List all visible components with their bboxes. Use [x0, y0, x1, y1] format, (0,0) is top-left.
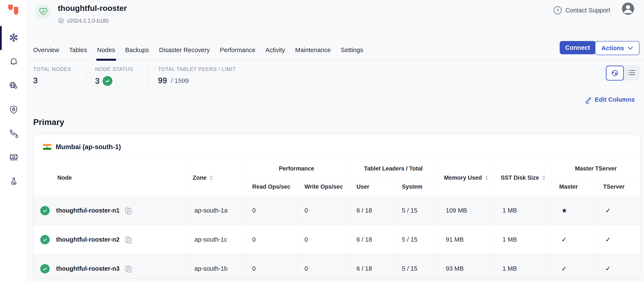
sidebar-item-labs[interactable] [0, 170, 27, 194]
question-circle-icon: ? [553, 6, 562, 15]
column-header-master: Master [552, 178, 596, 196]
write-ops-cell: 0 [297, 254, 349, 278]
master-cell: ★ [552, 196, 596, 225]
sidebar-item-network[interactable] [0, 74, 27, 98]
read-ops-cell: 0 [244, 254, 297, 278]
node-healthy-icon [40, 264, 50, 274]
tab-tables[interactable]: Tables [69, 41, 87, 59]
cluster-stats: TOTAL NODES 3 NODE STATUS 3 TOTAL TABLET… [33, 66, 254, 86]
layers-icon [58, 17, 64, 24]
list-icon [628, 69, 636, 76]
copy-icon [124, 265, 132, 273]
node-cell: thoughtful-rooster-n3 [34, 254, 187, 278]
tab-disaster-recovery[interactable]: Disaster Recovery [159, 41, 210, 59]
copy-button[interactable] [124, 235, 132, 244]
user-tablets-cell: 6 / 18 [349, 196, 394, 225]
node-cell: thoughtful-rooster-n2 [34, 225, 187, 254]
tab-nodes[interactable]: Nodes [97, 41, 115, 59]
india-flag-icon [43, 144, 52, 150]
column-group-master-tserver: Master TServer [552, 159, 640, 178]
globe-icon [611, 69, 619, 77]
region-card: Mumbai (ap-south-1) Node Zone Performanc… [33, 134, 640, 278]
cluster-hub-icon [9, 33, 19, 43]
user-tablets-cell: 6 / 18 [349, 225, 394, 254]
column-header-user: User [349, 178, 394, 196]
yugabyte-logo-icon[interactable] [8, 5, 19, 17]
svg-text:?: ? [556, 8, 559, 13]
system-tablets-cell: 5 / 15 [394, 196, 438, 225]
tserver-cell: ✓ [596, 196, 640, 225]
shield-lock-icon [9, 105, 19, 115]
column-group-tablet-leaders: Tablet Leaders / Total [349, 159, 438, 178]
user-avatar[interactable] [622, 2, 634, 15]
column-header-read-ops: Read Ops/sec [244, 178, 297, 196]
node-healthy-icon [40, 206, 50, 215]
sst-cell: 1 MB [495, 254, 552, 278]
tablet-peers-value: 99 [158, 76, 167, 85]
tab-maintenance[interactable]: Maintenance [295, 41, 331, 59]
tab-performance[interactable]: Performance [220, 41, 256, 59]
column-header-node: Node [34, 159, 187, 196]
cluster-version: v2024.2.1.0-b185 [58, 17, 109, 24]
total-nodes-value: 3 [33, 76, 38, 85]
copy-button[interactable] [124, 206, 132, 215]
sidebar-item-billing[interactable] [0, 146, 27, 170]
copy-icon [124, 235, 132, 244]
bell-icon [9, 57, 19, 67]
tab-overview[interactable]: Overview [33, 41, 59, 59]
node-status-value: 3 [95, 76, 100, 86]
master-cell: ✓ [552, 254, 596, 278]
column-header-memory[interactable]: Memory Used [438, 159, 495, 196]
contact-support-link[interactable]: ? Contact Support [553, 6, 610, 15]
sort-icon [542, 175, 546, 180]
tserver-cell: ✓ [596, 225, 640, 254]
system-tablets-cell: 5 / 15 [394, 225, 438, 254]
money-icon [9, 153, 19, 162]
column-header-zone[interactable]: Zone [187, 159, 244, 196]
connect-button[interactable]: Connect [560, 41, 596, 54]
region-view-button[interactable] [606, 66, 624, 81]
stat-tablet-peers: TOTAL TABLET PEERS / LIMIT 99 / 1599 [158, 66, 245, 86]
sort-icon [485, 175, 488, 180]
actions-button[interactable]: Actions [595, 41, 640, 55]
sidebar [0, 0, 28, 282]
stat-node-status: NODE STATUS 3 [95, 66, 149, 86]
edit-columns-button[interactable]: Edit Columns [585, 96, 635, 103]
section-title: Primary [33, 118, 64, 127]
sidebar-item-security[interactable] [0, 98, 27, 122]
sort-icon [210, 175, 213, 180]
tab-settings[interactable]: Settings [341, 41, 363, 59]
node-name: thoughtful-rooster-n2 [56, 236, 120, 243]
column-header-tserver: TServer [596, 178, 640, 196]
chevron-down-icon [628, 46, 633, 50]
tab-backups[interactable]: Backups [125, 41, 149, 59]
copy-icon [124, 206, 132, 215]
memory-cell: 93 MB [438, 254, 495, 278]
table-row: thoughtful-rooster-n1 ap-south-1a 0 0 6 … [34, 196, 640, 225]
zone-cell: ap-south-1a [187, 196, 244, 225]
write-ops-cell: 0 [297, 196, 349, 225]
write-ops-cell: 0 [297, 225, 349, 254]
column-header-sst[interactable]: SST Disk Size [495, 159, 552, 196]
globe-gear-icon [9, 81, 19, 91]
column-group-performance: Performance [244, 159, 349, 178]
heart-check-icon [38, 7, 48, 16]
master-cell: ✓ [552, 225, 596, 254]
list-view-button[interactable] [624, 66, 639, 79]
flow-icon [9, 129, 19, 139]
zone-cell: ap-south-1c [187, 225, 244, 254]
read-ops-cell: 0 [244, 225, 297, 254]
node-name: thoughtful-rooster-n1 [56, 207, 120, 214]
nodes-table-body: thoughtful-rooster-n1 ap-south-1a 0 0 6 … [34, 196, 640, 278]
node-cell: thoughtful-rooster-n1 [34, 196, 187, 225]
copy-button[interactable] [124, 265, 132, 273]
sidebar-item-integrations[interactable] [0, 122, 27, 146]
table-row: thoughtful-rooster-n2 ap-south-1c 0 0 6 … [34, 225, 640, 254]
tab-activity[interactable]: Activity [266, 41, 285, 59]
system-tablets-cell: 5 / 15 [394, 254, 438, 278]
sidebar-item-clusters[interactable] [0, 26, 27, 50]
stat-total-nodes: TOTAL NODES 3 [33, 66, 86, 86]
sidebar-item-alerts[interactable] [0, 50, 27, 74]
nodes-table-header: Node Zone Performance Tablet Leaders / T… [34, 159, 640, 196]
table-row: thoughtful-rooster-n3 ap-south-1b 0 0 6 … [34, 254, 640, 278]
